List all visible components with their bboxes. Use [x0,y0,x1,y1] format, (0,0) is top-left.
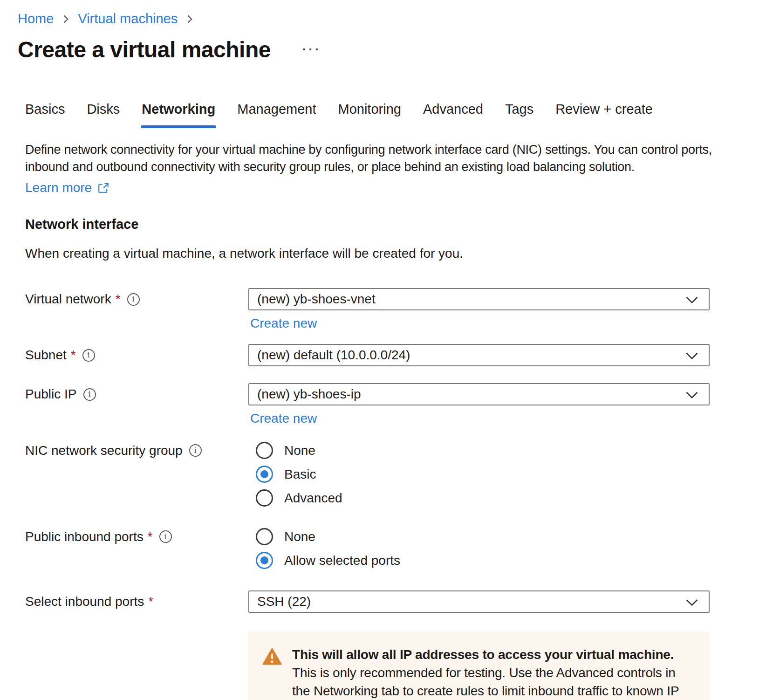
nic-nsg-row: NIC network security group i None Basic … [25,442,766,507]
warning-body-text: This is only recommended for testing. Us… [292,666,679,700]
required-asterisk: * [148,594,153,609]
breadcrumb-chevron-icon [61,14,70,25]
inbound-option-none[interactable]: None [256,528,710,545]
info-icon[interactable]: i [159,530,172,543]
field-label: Public IP [25,387,77,402]
warning-bold-text: This will allow all IP addresses to acce… [292,647,674,662]
radio-label: None [284,529,315,544]
nic-nsg-label: NIC network security group i [25,442,248,459]
network-interface-heading: Network interface [25,217,766,232]
inbound-option-allow-selected-ports[interactable]: Allow selected ports [256,552,710,569]
more-menu-button[interactable]: ··· [300,42,324,57]
subnet-label: Subnet * i [25,348,248,363]
subnet-row: Subnet * i (new) default (10.0.0.0/24) [25,344,766,366]
nic-nsg-option-advanced[interactable]: Advanced [256,489,710,507]
public-inbound-ports-radio-group: None Allow selected ports [248,528,710,569]
tab-review-create[interactable]: Review + create [555,102,653,128]
tab-tags[interactable]: Tags [505,102,533,128]
virtual-network-value: (new) yb-shoes-vnet [257,292,376,307]
learn-more-link[interactable]: Learn more [25,180,109,195]
chevron-down-icon [684,597,699,612]
radio-none-icon [256,442,273,459]
create-new-public-ip-link[interactable]: Create new [250,411,317,425]
tab-advanced[interactable]: Advanced [423,102,483,128]
breadcrumb-home-link[interactable]: Home [18,11,54,27]
tab-monitoring[interactable]: Monitoring [338,102,401,128]
radio-label: Basic [284,467,316,482]
networking-description: Define network connectivity for your vir… [25,141,715,176]
info-icon[interactable]: i [127,293,140,306]
field-label: Subnet [25,348,67,363]
page-title: Create a virtual machine [18,37,271,62]
external-link-icon [97,182,109,194]
info-icon[interactable]: i [83,388,96,401]
subnet-dropdown[interactable]: (new) default (10.0.0.0/24) [248,344,710,366]
radio-label: None [284,443,315,458]
field-label: Select inbound ports [25,594,144,609]
nic-nsg-option-none[interactable]: None [256,442,710,459]
public-inbound-ports-row: Public inbound ports * i None Allow sele… [25,528,766,569]
info-icon[interactable]: i [189,444,202,457]
nic-nsg-radio-group: None Basic Advanced [248,442,710,507]
required-asterisk: * [116,292,121,307]
network-interface-description: When creating a virtual machine, a netwo… [25,246,766,261]
select-inbound-ports-value: SSH (22) [257,594,311,609]
virtual-network-row: Virtual network * i (new) yb-shoes-vnet [25,288,766,310]
chevron-down-icon [684,294,699,309]
field-label: Virtual network [25,292,111,307]
nic-nsg-option-basic[interactable]: Basic [256,466,710,483]
tab-management[interactable]: Management [237,102,316,128]
field-label: NIC network security group [25,443,183,458]
public-ip-label: Public IP i [25,387,248,402]
field-label: Public inbound ports [25,529,144,544]
radio-allow-selected-icon [256,552,273,569]
public-ip-row: Public IP i (new) yb-shoes-ip [25,383,766,405]
create-new-vnet-link[interactable]: Create new [250,316,317,330]
radio-none-icon [256,528,273,545]
select-inbound-ports-label: Select inbound ports * [25,594,248,609]
virtual-network-label: Virtual network * i [25,292,248,307]
breadcrumb: Home Virtual machines [0,0,766,27]
virtual-network-dropdown[interactable]: (new) yb-shoes-vnet [248,288,710,310]
chevron-down-icon [684,350,699,365]
info-icon[interactable]: i [82,349,95,362]
required-asterisk: * [71,348,76,363]
radio-basic-selected-icon [256,466,273,483]
select-inbound-ports-dropdown[interactable]: SSH (22) [248,590,710,613]
public-inbound-ports-label: Public inbound ports * i [25,528,248,545]
tab-basics[interactable]: Basics [25,102,65,128]
tab-networking[interactable]: Networking [142,102,215,128]
warning-row: This will allow all IP addresses to acce… [25,631,766,700]
select-inbound-ports-row: Select inbound ports * SSH (22) [25,590,766,613]
required-asterisk: * [148,529,153,544]
radio-advanced-icon [256,489,273,507]
open-ports-warning: This will allow all IP addresses to acce… [248,631,710,700]
public-ip-value: (new) yb-shoes-ip [257,387,361,402]
subnet-value: (new) default (10.0.0.0/24) [257,348,410,363]
tab-bar: Basics Disks Networking Management Monit… [25,102,766,128]
radio-label: Allow selected ports [284,553,400,568]
public-ip-dropdown[interactable]: (new) yb-shoes-ip [248,383,710,405]
tab-disks[interactable]: Disks [87,102,120,128]
warning-icon [262,648,282,700]
breadcrumb-virtual-machines-link[interactable]: Virtual machines [78,11,178,27]
warning-text: This will allow all IP addresses to acce… [292,645,691,700]
learn-more-label: Learn more [25,180,92,195]
radio-label: Advanced [284,491,342,506]
chevron-down-icon [684,389,699,405]
breadcrumb-chevron-icon [185,14,194,25]
